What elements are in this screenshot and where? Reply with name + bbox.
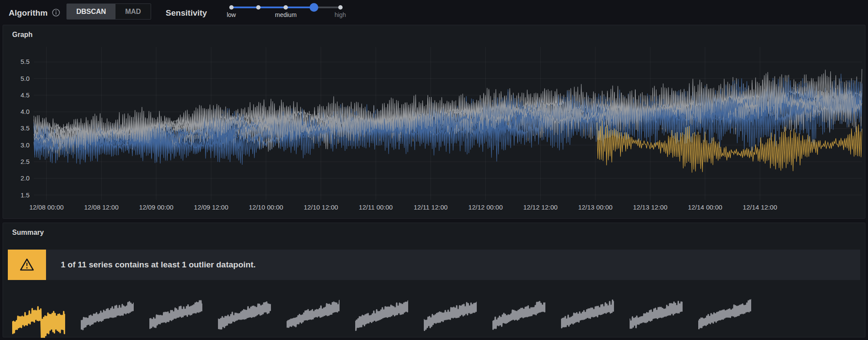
x-axis-tick-label: 12/09 00:00: [139, 203, 173, 211]
x-axis-tick-label: 12/11 12:00: [414, 203, 448, 211]
y-axis-tick-label: 3.5: [20, 124, 30, 132]
x-axis-tick-label: 12/09 12:00: [194, 203, 228, 211]
sparkline-path: [561, 300, 614, 328]
slider-handle[interactable]: [310, 3, 318, 12]
y-axis-tick-label: 4.0: [20, 108, 30, 115]
sparkline-series-5[interactable]: [287, 298, 340, 333]
y-axis-tick-label: 4.5: [20, 91, 30, 99]
x-axis-tick-label: 12/12 12:00: [523, 203, 558, 211]
sparkline-path: [355, 301, 408, 330]
series-sparkline-row: [12, 289, 751, 338]
sparkline-path: [287, 300, 340, 327]
sparkline-series-10[interactable]: [630, 298, 683, 333]
algorithm-option-mad[interactable]: MAD: [116, 4, 150, 19]
y-axis-tick-label: 2.0: [20, 174, 30, 182]
warning-triangle-icon: [19, 257, 35, 272]
warning-icon-box: [8, 250, 46, 280]
x-axis-tick-label: 12/14 00:00: [688, 203, 722, 211]
slider-track-filled[interactable]: [231, 7, 314, 8]
y-axis-tick-label: 3.0: [20, 141, 30, 149]
x-axis-tick-label: 12/10 00:00: [249, 203, 283, 211]
slider-detent-low[interactable]: [229, 5, 234, 10]
sparkline-path: [424, 303, 477, 330]
algorithm-label: Algorithm: [9, 9, 48, 17]
sparkline-outlier-series-1[interactable]: [12, 293, 65, 338]
slider-detent-medium[interactable]: [284, 5, 288, 10]
sparkline-series-6[interactable]: [355, 298, 408, 333]
x-axis-tick-label: 12/08 12:00: [84, 203, 119, 211]
x-axis-tick-label: 12/13 12:00: [633, 203, 667, 211]
summary-panel-title: Summary: [12, 229, 44, 237]
slider-label-low: low: [227, 11, 236, 18]
y-axis-tick-label: 5.5: [20, 58, 30, 65]
slider-detent-25[interactable]: [256, 5, 261, 10]
sparkline-path: [218, 302, 271, 329]
sparkline-series-9[interactable]: [561, 298, 614, 333]
algorithm-option-dbscan[interactable]: DBSCAN: [67, 4, 116, 19]
y-axis-tick-label: 1.5: [20, 191, 30, 199]
sparkline-series-7[interactable]: [424, 298, 477, 333]
graph-panel: Graph 5.55.04.54.03.53.02.52.01.512/08 0…: [3, 25, 865, 219]
sparkline-path: [492, 302, 545, 329]
sparkline-path: [81, 302, 134, 330]
x-axis-tick-label: 12/08 00:00: [29, 203, 63, 211]
y-axis-tick-label: 2.5: [20, 158, 30, 165]
slider-detent-high[interactable]: [338, 5, 343, 10]
sparkline-series-4[interactable]: [218, 298, 271, 333]
outlier-summary-text: 1 of 11 series contains at least 1 outli…: [61, 260, 256, 270]
sparkline-series-3[interactable]: [149, 298, 202, 333]
timeseries-chart[interactable]: 5.55.04.54.03.53.02.52.01.512/08 00:0012…: [3, 25, 865, 218]
y-axis-tick-label: 5.0: [20, 75, 30, 82]
x-axis-tick-label: 12/14 12:00: [743, 203, 777, 211]
sparkline-series-2[interactable]: [81, 298, 134, 333]
sparkline-path: [149, 301, 202, 328]
slider-label-high: high: [334, 11, 346, 18]
toolbar: Algorithm DBSCAN MAD Sensitivity low med…: [0, 0, 868, 25]
graph-panel-title: Graph: [12, 31, 33, 39]
x-axis-tick-label: 12/12 00:00: [469, 203, 503, 211]
summary-panel: Summary 1 of 11 series contains at least…: [3, 223, 865, 337]
sparkline-path: [12, 307, 65, 337]
sensitivity-label: Sensitivity: [166, 9, 207, 17]
sparkline-series-11[interactable]: [698, 298, 751, 333]
sparkline-path: [698, 300, 751, 329]
info-icon[interactable]: [52, 8, 60, 17]
sparkline-path: [630, 302, 683, 328]
outlier-alert-banner: 1 of 11 series contains at least 1 outli…: [8, 250, 860, 280]
x-axis-tick-label: 12/11 00:00: [359, 203, 393, 211]
x-axis-tick-label: 12/13 00:00: [578, 203, 612, 211]
slider-label-medium: medium: [275, 11, 297, 18]
x-axis-tick-label: 12/10 12:00: [304, 203, 338, 211]
algorithm-segmented-control: DBSCAN MAD: [66, 3, 151, 20]
sensitivity-slider[interactable]: low medium high: [231, 0, 340, 22]
sparkline-series-8[interactable]: [492, 298, 545, 333]
